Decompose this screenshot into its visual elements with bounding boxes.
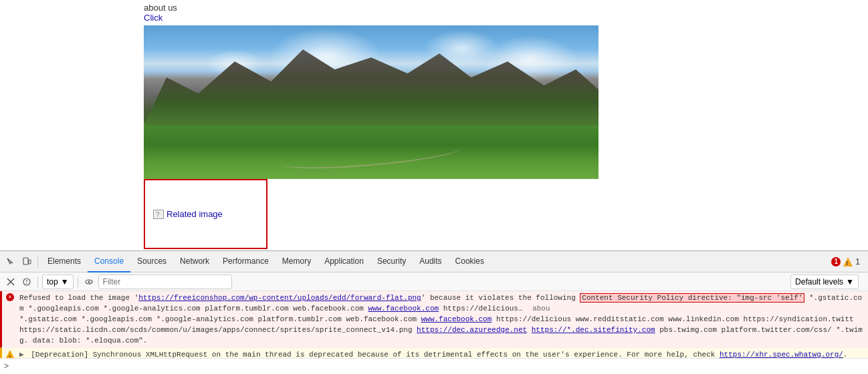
console-input[interactable] [13,362,864,371]
tab-application[interactable]: Application [318,251,370,272]
log-level-label: Default levels [795,277,843,287]
facebook-link[interactable]: www.facebook.com [368,305,439,313]
console-error-text-1: Refused to load the image 'https://freei… [19,293,864,346]
related-image-label: Related image [167,209,223,219]
tab-security[interactable]: Security [370,251,413,272]
error-icon-1: ✕ [6,293,17,301]
warning-icon-1 [6,350,17,358]
svg-rect-1 [29,260,31,264]
about-us-text: about us [144,3,177,13]
filter-input[interactable] [98,274,232,289]
cursor-icon [6,257,15,266]
tab-memory[interactable]: Memory [276,251,318,272]
tab-sources[interactable]: Sources [130,251,173,272]
preserve-icon [22,277,31,287]
warning-triangle-small [6,350,14,358]
broken-image-icon [153,210,164,219]
facebook-link-2[interactable]: www.facebook.com [421,315,492,323]
xhr-spec-link[interactable]: https://xhr.spec.whatwg.org/ [720,351,843,358]
context-selector[interactable]: top ▼ [42,274,74,289]
context-label: top [47,277,58,287]
sitefinity-link[interactable]: https://*.dec.sitefinity.com [532,326,655,334]
svg-point-6 [26,283,27,284]
click-link[interactable]: Click [144,13,162,23]
inspect-element-button[interactable] [3,254,19,270]
azureedge-link[interactable]: https://dec.azureedge.net [417,326,527,334]
about-source[interactable]: abou [532,305,550,313]
console-input-row: > [0,358,868,374]
preserve-log-button[interactable] [20,275,33,289]
warning-count: 1 [855,257,860,266]
devtools-panel: Elements Console Sources Network Perform… [0,250,868,374]
toolbar-separator-2 [78,276,78,287]
csp-highlight: Content Security Policy directive: "img-… [580,293,804,303]
tab-elements[interactable]: Elements [41,251,88,272]
tab-audits[interactable]: Audits [413,251,448,272]
clear-icon [6,277,15,287]
tab-network[interactable]: Network [173,251,216,272]
page-top-section: about us Click [144,0,868,24]
tab-cookies[interactable]: Cookies [449,251,491,272]
eye-button[interactable] [82,275,96,289]
device-icon [22,257,31,266]
tab-divider [37,255,38,268]
svg-point-8 [88,280,90,283]
console-prompt: > [4,362,9,371]
console-warning-text-1: [Deprecation] Synchronous XMLHttpRequest… [19,349,864,358]
more-text: … [518,305,523,313]
error-badge: 1 1 [831,257,860,266]
related-image-link[interactable]: Related image [153,209,223,219]
mountain-image-container [144,25,868,179]
devtools-toolbar: top ▼ Default levels ▼ [0,272,868,291]
console-error-entry-1: ✕ Refused to load the image 'https://fre… [0,291,868,348]
refused-url-link[interactable]: https://freeiconshop.com/wp-content/uplo… [138,294,421,302]
device-toolbar-button[interactable] [19,254,35,270]
svg-rect-0 [23,258,28,264]
log-level-selector[interactable]: Default levels ▼ [790,274,859,289]
devtools-tab-bar: Elements Console Sources Network Perform… [0,251,868,272]
tab-console[interactable]: Console [88,251,130,272]
toolbar-separator-1 [37,276,38,287]
log-level-arrow: ▼ [846,277,854,287]
eye-icon [84,277,94,287]
error-circle-small: ✕ [6,293,14,301]
expand-arrow[interactable] [19,351,24,358]
browser-content: about us Click Related image [0,0,868,250]
mountain-image [144,25,599,179]
console-output[interactable]: ✕ Refused to load the image 'https://fre… [0,291,868,358]
context-dropdown-arrow: ▼ [61,277,69,287]
warning-triangle-icon [843,257,853,266]
error-circle-icon: 1 [831,257,841,266]
console-warning-entry-1: [Deprecation] Synchronous XMLHttpRequest… [0,348,868,358]
related-image-box: Related image [144,179,267,249]
clear-console-button[interactable] [4,275,17,289]
tab-performance[interactable]: Performance [216,251,276,272]
